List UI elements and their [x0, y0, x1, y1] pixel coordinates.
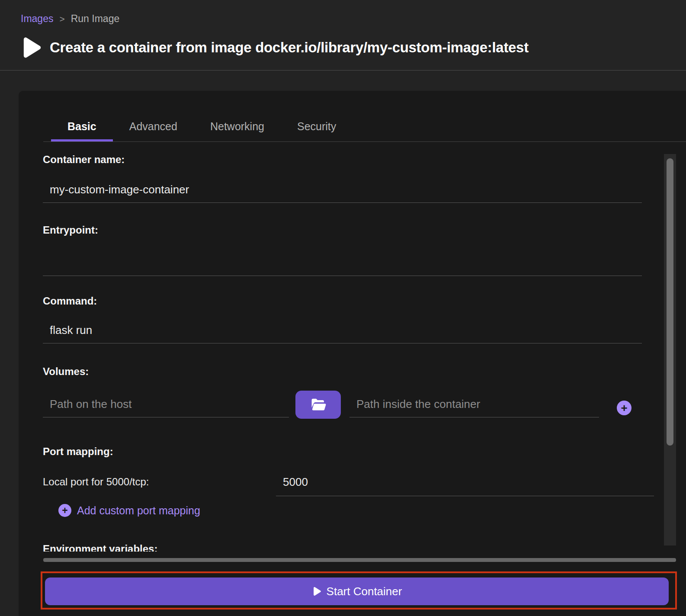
tab-security[interactable]: Security: [281, 113, 353, 142]
entrypoint-input[interactable]: [43, 247, 642, 276]
container-name-input[interactable]: [43, 176, 642, 203]
tab-networking[interactable]: Networking: [194, 113, 281, 142]
command-input[interactable]: [43, 317, 642, 343]
tab-basic[interactable]: Basic: [51, 113, 113, 142]
tab-advanced[interactable]: Advanced: [113, 113, 194, 142]
add-custom-port-mapping-label: Add custom port mapping: [77, 504, 200, 517]
horizontal-scrollbar[interactable]: [43, 558, 676, 562]
environment-variables-clipped: Environment variables:: [43, 543, 302, 552]
vertical-scrollbar-track[interactable]: [664, 154, 676, 545]
volume-host-path-input[interactable]: [43, 391, 289, 417]
run-image-form-card: Basic Advanced Networking Security Conta…: [19, 91, 686, 616]
environment-variables-label: Environment variables:: [43, 543, 302, 552]
vertical-scrollbar-thumb[interactable]: [667, 158, 673, 446]
command-label: Command:: [43, 295, 97, 307]
breadcrumb: Images > Run Image: [21, 13, 119, 25]
container-name-label: Container name:: [43, 154, 125, 166]
local-port-input[interactable]: [276, 468, 654, 496]
start-container-button[interactable]: Start Container: [45, 578, 669, 605]
port-mapping-label: Port mapping:: [43, 446, 113, 458]
folder-open-icon: [309, 396, 327, 414]
play-icon: [19, 35, 42, 60]
browse-folder-button[interactable]: [295, 391, 341, 419]
page-title: Create a container from image docker.io/…: [50, 39, 529, 56]
title-row: Create a container from image docker.io/…: [19, 35, 529, 60]
breadcrumb-separator: >: [59, 14, 64, 24]
volumes-label: Volumes:: [43, 366, 89, 378]
tab-divider: [43, 141, 686, 142]
breadcrumb-images-link[interactable]: Images: [21, 13, 53, 25]
volume-container-path-input[interactable]: [349, 391, 599, 417]
start-container-label: Start Container: [327, 585, 402, 598]
local-port-label: Local port for 5000/tcp:: [43, 476, 149, 488]
add-port-plus-icon: +: [58, 504, 71, 517]
breadcrumb-current: Run Image: [71, 13, 120, 25]
run-image-screen: Images > Run Image Create a container fr…: [0, 0, 686, 616]
page-header: Images > Run Image Create a container fr…: [0, 0, 686, 71]
add-custom-port-mapping-link[interactable]: + Add custom port mapping: [58, 504, 200, 517]
entrypoint-label: Entrypoint:: [43, 224, 98, 236]
tab-bar: Basic Advanced Networking Security: [51, 113, 353, 142]
start-play-icon: [312, 586, 321, 597]
add-volume-plus-icon[interactable]: +: [617, 401, 632, 415]
